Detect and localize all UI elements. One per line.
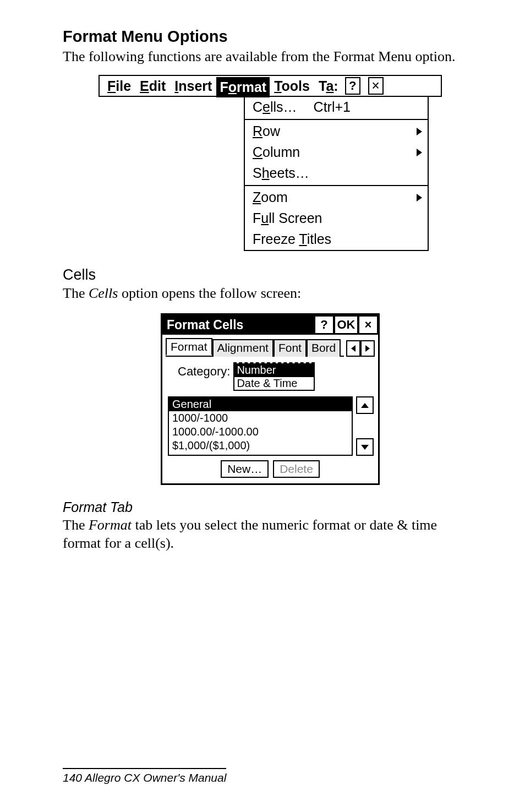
- close-icon[interactable]: ×: [368, 77, 384, 95]
- format-option-1[interactable]: 1000/-1000: [169, 411, 352, 425]
- category-option-datetime[interactable]: Date & Time: [234, 377, 314, 390]
- shortcut-cells: Ctrl+1: [314, 99, 351, 115]
- format-list-scrollbar[interactable]: [356, 396, 373, 456]
- cells-intro: The Cells option opens the follow screen…: [63, 285, 478, 303]
- menu-insert[interactable]: Insert: [170, 77, 216, 94]
- menu-format[interactable]: Format: [216, 77, 270, 97]
- format-option-general[interactable]: General: [169, 397, 352, 411]
- cells-heading: Cells: [63, 266, 478, 284]
- delete-button: Delete: [273, 460, 320, 478]
- format-dropdown: Cells… Ctrl+1 Row Column Sheets… Zoom: [244, 97, 429, 251]
- format-tab-heading: Format Tab: [63, 499, 478, 515]
- tab-scroll-right-icon[interactable]: [360, 340, 375, 357]
- menu-edit[interactable]: Edit: [135, 77, 170, 94]
- footer: 140 Allegro CX Owner's Manual: [63, 768, 226, 784]
- dialog-help-icon[interactable]: ?: [315, 317, 333, 333]
- menu-item-zoom[interactable]: Zoom: [245, 187, 428, 208]
- dialog-close-icon[interactable]: ×: [359, 317, 377, 333]
- dialog-title: Format Cells: [167, 318, 313, 333]
- menu-item-freeze-titles[interactable]: Freeze Titles: [245, 229, 428, 250]
- format-option-3[interactable]: $1,000/($1,000): [169, 439, 352, 453]
- menu-item-sheets[interactable]: Sheets…: [245, 163, 428, 184]
- tab-alignment[interactable]: Alignment: [212, 339, 274, 357]
- tab-font[interactable]: Font: [274, 339, 307, 357]
- menu-tools[interactable]: Tools: [270, 77, 314, 94]
- tab-scroll-left-icon[interactable]: [346, 340, 360, 357]
- format-list[interactable]: General 1000/-1000 1000.00/-1000.00 $1,0…: [168, 396, 353, 456]
- menu-file[interactable]: File: [103, 77, 135, 94]
- menu-task[interactable]: Ta:: [314, 77, 343, 94]
- scroll-up-icon[interactable]: [356, 396, 374, 414]
- menu-item-row[interactable]: Row: [245, 121, 428, 142]
- help-icon[interactable]: ?: [345, 77, 360, 95]
- new-button[interactable]: New…: [221, 460, 269, 478]
- dialog-tabs: Format Alignment Font Bord: [166, 339, 375, 357]
- tab-format[interactable]: Format: [166, 338, 212, 356]
- figure-format-menu: File Edit Insert Format Tools Ta: ? × Ce…: [99, 75, 442, 251]
- menu-item-column[interactable]: Column: [245, 142, 428, 163]
- category-select[interactable]: Number Date & Time: [233, 362, 315, 391]
- scroll-down-icon[interactable]: [356, 438, 374, 456]
- dialog-titlebar: Format Cells ? OK ×: [162, 315, 378, 335]
- dialog-ok-button[interactable]: OK: [335, 317, 357, 333]
- submenu-arrow-icon: [417, 194, 422, 201]
- intro-text: The following functions are available fr…: [63, 48, 478, 66]
- category-label: Category:: [178, 362, 230, 379]
- tab-border[interactable]: Bord: [307, 339, 341, 357]
- submenu-arrow-icon: [417, 149, 422, 156]
- menu-item-fullscreen[interactable]: Full Screen: [245, 208, 428, 229]
- figure-format-cells-dialog: Format Cells ? OK × Format Alignment Fon…: [161, 313, 380, 485]
- format-option-2[interactable]: 1000.00/-1000.00: [169, 425, 352, 439]
- menubar: File Edit Insert Format Tools Ta: ? ×: [99, 75, 442, 97]
- format-tab-text: The Format tab lets you select the numer…: [63, 516, 478, 552]
- section-title: Format Menu Options: [63, 28, 478, 46]
- submenu-arrow-icon: [417, 128, 422, 135]
- category-option-number[interactable]: Number: [234, 363, 314, 377]
- menu-item-cells[interactable]: Cells… Ctrl+1: [245, 97, 428, 118]
